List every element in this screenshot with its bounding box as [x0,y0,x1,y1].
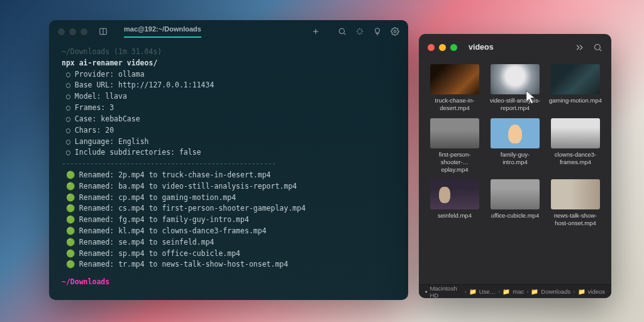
file-item[interactable]: first-person-shooter-…eplay.mp4 [426,117,483,175]
svg-line-5 [344,33,346,35]
terminal-body[interactable]: ~/Downloads (1m 31.04s) npx ai-renamer v… [49,43,408,294]
config-line: Base URL: http://127.0.0.1:11434 [75,80,214,89]
svg-line-8 [599,49,601,51]
close-button[interactable] [58,28,65,35]
new-tab-button[interactable] [311,27,320,36]
config-line: Chars: 20 [75,126,114,135]
config-line: Frames: 3 [75,103,114,112]
svg-point-7 [595,44,601,50]
rename-line: Renamed: ba.mp4 to video-still-analysis-… [79,182,297,191]
path-segment[interactable]: videos [588,288,605,295]
file-label: gaming-motion.mp4 [549,97,602,104]
video-thumbnail [551,179,600,209]
folder-icon: 📁 [531,288,538,295]
sparkle-icon[interactable] [355,27,364,36]
terminal-tab[interactable]: mac@192:~/Downloads [124,25,201,38]
rename-line: Renamed: fg.mp4 to family-guy-intro.mp4 [79,215,249,224]
rename-line: Renamed: kl.mp4 to clowns-dance3-frames.… [79,226,267,235]
close-button[interactable] [428,44,435,51]
window-controls[interactable] [428,44,457,51]
video-thumbnail [430,64,479,94]
file-label: truck-chase-in-desert.mp4 [428,97,482,112]
finder-window: videos truck-chase-in-desert.mp4 video-s… [419,34,611,298]
terminal-window: mac@192:~/Downloads ~/Downloads (1m 31.0… [49,20,408,300]
window-controls[interactable] [58,28,87,35]
search-icon[interactable] [338,27,347,36]
file-item[interactable]: family-guy-intro.mp4 [487,117,543,175]
rename-line: Renamed: 2p.mp4 to truck-chase-in-desert… [79,170,271,179]
rename-line: Renamed: se.mp4 to seinfeld.mp4 [79,238,214,247]
video-thumbnail [551,118,600,148]
prompt-path: ~/Downloads [62,47,109,56]
mouse-cursor [525,89,536,106]
prompt-time: (1m 31.04s) [114,47,162,56]
command-line: npx ai-renamer videos/ [62,58,396,69]
minimize-button[interactable] [69,28,76,35]
folder-icon: 📁 [502,288,510,295]
finder-title: videos [469,43,494,52]
config-line: Language: English [75,137,149,146]
divider: ----------------------------------------… [62,158,396,170]
svg-point-4 [339,28,344,33]
file-label: clowns-dance3-frames.mp4 [548,151,602,166]
bulb-icon[interactable] [373,27,382,36]
file-item[interactable]: seinfeld.mp4 [426,178,483,228]
rename-line: Renamed: cs.mp4 to first-person-shooter-… [79,204,306,213]
finder-titlebar: videos [419,34,611,60]
path-segment[interactable]: Use… [479,288,496,295]
more-icon[interactable] [575,43,584,52]
file-item[interactable]: truck-chase-in-desert.mp4 [426,63,483,113]
settings-icon[interactable] [391,27,399,36]
path-segment[interactable]: Downloads [541,288,570,295]
video-thumbnail [430,179,479,209]
config-line: Model: llava [75,92,127,101]
file-item[interactable]: gaming-motion.mp4 [547,63,604,113]
file-item[interactable]: office-cubicle.mp4 [487,178,543,228]
file-item[interactable]: news-talk-show-host-onset.mp4 [547,178,604,228]
minimize-button[interactable] [439,44,446,51]
rename-line: Renamed: cp.mp4 to gaming-motion.mp4 [79,193,236,202]
search-icon[interactable] [593,43,602,52]
path-segment[interactable]: Macintosh HD [430,285,462,299]
split-icon[interactable] [99,27,108,36]
config-line: Provider: ollama [75,70,145,79]
maximize-button[interactable] [450,44,457,51]
file-label: news-talk-show-host-onset.mp4 [548,212,602,227]
final-prompt: ~/Downloads [62,277,109,286]
finder-pathbar[interactable]: ▪ Macintosh HD › 📁 Use… › 📁 mac › 📁 Down… [419,284,611,298]
video-thumbnail [551,64,600,94]
file-label: family-guy-intro.mp4 [488,151,542,166]
disk-icon: ▪ [425,288,427,295]
file-label: seinfeld.mp4 [438,212,472,219]
video-thumbnail [430,118,479,148]
svg-point-6 [394,30,396,33]
video-thumbnail [491,179,540,209]
terminal-titlebar: mac@192:~/Downloads [49,20,408,43]
folder-icon: 📁 [469,288,477,295]
folder-icon: 📁 [578,288,586,295]
file-label: first-person-shooter-…eplay.mp4 [428,151,482,174]
video-thumbnail [491,118,540,148]
path-segment[interactable]: mac [513,288,524,295]
file-label: office-cubicle.mp4 [491,212,539,219]
config-line: Include subdirectories: false [75,148,201,157]
rename-line: Renamed: tr.mp4 to news-talk-show-host-o… [79,260,288,269]
maximize-button[interactable] [80,28,87,35]
rename-line: Renamed: sp.mp4 to office-cubicle.mp4 [79,249,240,258]
file-item[interactable]: clowns-dance3-frames.mp4 [547,117,604,175]
config-line: Case: kebabCase [75,114,140,123]
finder-grid: truck-chase-in-desert.mp4 video-still-an… [419,60,611,284]
